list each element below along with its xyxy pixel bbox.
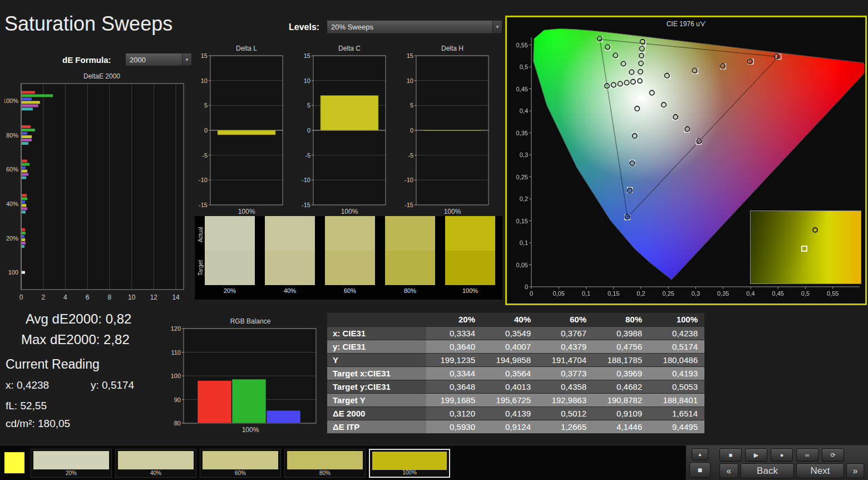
svg-text:-5: -5 — [408, 152, 413, 159]
svg-text:10: 10 — [304, 77, 310, 84]
table-cell: 0,9109 — [593, 406, 649, 420]
table-row-label: Target x:CIE31 — [327, 366, 426, 380]
table-row-label: y: CIE31 — [327, 340, 426, 353]
next-button-label: Next — [811, 466, 830, 477]
swatch-actual — [385, 216, 435, 251]
svg-text:110: 110 — [171, 349, 181, 356]
table-row-label: Target Y — [327, 393, 426, 406]
next-chevron-button[interactable]: » — [846, 463, 864, 478]
patch-label: 20% — [31, 470, 111, 476]
svg-text:15: 15 — [201, 52, 208, 59]
svg-text:-5: -5 — [202, 152, 208, 159]
rgb-bar — [232, 379, 266, 423]
svg-text:5: 5 — [410, 102, 413, 109]
cie-diagram-panel[interactable]: CIE 1976 u'v' 000,050,050,10,10,150,150,… — [505, 16, 867, 305]
cie-zoom-inset — [750, 210, 861, 284]
patch-label: 100% — [370, 469, 449, 476]
svg-text:0,45: 0,45 — [772, 290, 784, 297]
max-de2000: Max dE2000: 2,82 — [21, 332, 130, 347]
table-cell: 0,5930 — [426, 420, 482, 433]
refresh-icon: ⟳ — [830, 452, 835, 459]
table-cell: 0,3969 — [593, 366, 649, 380]
table-cell: 191,4704 — [537, 353, 593, 366]
svg-text:10: 10 — [201, 77, 208, 84]
svg-text:2: 2 — [41, 293, 45, 301]
table-cell: 0,3564 — [482, 366, 537, 380]
table-row-label: ΔE ITP — [327, 420, 426, 433]
current-y: y: 0,5174 — [91, 379, 134, 391]
svg-text:14: 14 — [172, 293, 180, 301]
svg-text:0,3: 0,3 — [692, 290, 700, 297]
patch-label: 80% — [285, 470, 365, 476]
bottom-bar: 20%40%60%80%100% ▲ ■ ■ ▶ ● ∞ ⟳ « Back Ne… — [0, 445, 868, 480]
svg-text:-5: -5 — [305, 152, 310, 159]
deltae-chart-title: DeltaE 2000 — [19, 72, 184, 80]
de-formula-label: dE Formula: — [62, 55, 111, 65]
refresh-button[interactable]: ⟳ — [822, 448, 844, 462]
svg-text:0,2: 0,2 — [637, 290, 645, 297]
svg-text:0: 0 — [525, 283, 528, 290]
saturation-patch-20%[interactable]: 20% — [31, 449, 112, 478]
svg-text:0,05: 0,05 — [553, 290, 565, 297]
svg-text:0,15: 0,15 — [608, 290, 619, 297]
table-row: ΔE ITP0,59300,91241,26654,14469,4495 — [327, 420, 704, 433]
saturation-patch-60%[interactable]: 60% — [200, 449, 281, 478]
saturation-patch-100%[interactable]: 100% — [369, 449, 450, 478]
chevron-down-icon[interactable]: ▼ — [492, 21, 502, 33]
swatch-target — [385, 251, 435, 285]
back-button[interactable]: Back — [741, 463, 794, 478]
pattern-up-button[interactable]: ▲ — [692, 448, 708, 461]
rgb-balance-chart: 8090100110120100% — [167, 325, 323, 437]
table-row: ΔE 20000,31200,41390,50120,91091,6514 — [327, 406, 704, 420]
svg-text:0,05: 0,05 — [516, 262, 528, 268]
delta-c-chart: -15-10-5051015100% — [299, 50, 388, 217]
svg-text:0,35: 0,35 — [717, 290, 729, 297]
patch-color — [118, 451, 194, 469]
table-cell: 0,4358 — [537, 380, 593, 393]
deltae-chart: 02468101214100%80%60%40%20%100 — [4, 81, 188, 304]
table-cell: 188,1785 — [593, 353, 649, 366]
saturation-patch-40%[interactable]: 40% — [115, 449, 196, 478]
patch-label: 60% — [200, 470, 280, 476]
svg-text:-10: -10 — [199, 177, 208, 183]
table-cell: 0,4013 — [482, 380, 537, 393]
svg-text:0,1: 0,1 — [520, 239, 528, 246]
svg-text:100%: 100% — [4, 97, 18, 104]
table-row-label: Y — [327, 353, 426, 366]
saturation-patch-80%[interactable]: 80% — [284, 449, 366, 478]
svg-text:0,25: 0,25 — [516, 174, 528, 180]
de-formula-dropdown[interactable]: 2000 ▼ — [125, 53, 192, 66]
svg-text:-15: -15 — [302, 202, 310, 208]
cie-diagram-title: CIE 1976 u'v' — [507, 20, 865, 28]
table-cell: 0,5012 — [537, 406, 593, 420]
pattern-window-button[interactable]: ■ — [689, 462, 711, 478]
table-column-header: 60% — [537, 313, 593, 326]
table-cell: 199,1235 — [426, 353, 482, 366]
svg-text:5: 5 — [307, 102, 310, 109]
levels-dropdown[interactable]: 20% Sweeps ▼ — [327, 20, 502, 34]
target-label: Target — [196, 252, 205, 284]
stop-button[interactable]: ■ — [719, 448, 742, 462]
table-cell: 0,3988 — [593, 326, 649, 340]
svg-text:-15: -15 — [405, 202, 413, 208]
up-arrow-icon: ▲ — [698, 452, 703, 457]
swatch-60%: 60% — [325, 216, 375, 300]
table-cell: 0,4139 — [482, 406, 537, 420]
next-button[interactable]: Next — [796, 463, 844, 478]
record-button[interactable]: ● — [771, 448, 793, 462]
play-button[interactable]: ▶ — [745, 448, 767, 462]
table-column-header: 20% — [426, 313, 482, 326]
swatch-target — [445, 251, 495, 285]
loop-button[interactable]: ∞ — [796, 448, 818, 462]
chevron-down-icon[interactable]: ▼ — [182, 53, 191, 66]
back-chevron-button[interactable]: « — [719, 463, 738, 478]
svg-text:0,5: 0,5 — [520, 63, 528, 70]
table-cell: 190,8782 — [593, 393, 649, 406]
patch-color — [372, 452, 447, 470]
table-row-label: Target y:CIE31 — [327, 380, 426, 393]
svg-text:15: 15 — [304, 52, 310, 59]
table-cell: 0,4193 — [649, 366, 704, 380]
patch-color — [287, 451, 363, 469]
svg-text:6: 6 — [86, 293, 90, 301]
swatch-actual — [445, 216, 495, 251]
